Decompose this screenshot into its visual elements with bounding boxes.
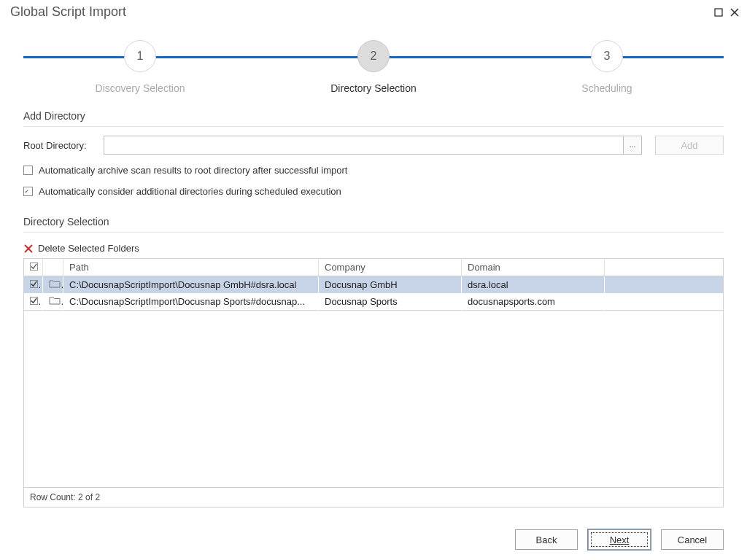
row-checkbox[interactable] bbox=[24, 293, 43, 311]
cell-path: C:\DocusnapScriptImport\Docusnap GmbH#ds… bbox=[63, 276, 319, 294]
back-button[interactable]: Back bbox=[515, 529, 578, 550]
root-directory-label: Root Directory: bbox=[23, 140, 104, 151]
cell-domain: docusnapsports.com bbox=[462, 293, 605, 311]
folder-icon bbox=[43, 293, 63, 311]
root-directory-input[interactable] bbox=[104, 136, 623, 155]
table-row[interactable]: C:\DocusnapScriptImport\Docusnap Sports#… bbox=[24, 293, 724, 311]
titlebar: Global Script Import bbox=[0, 0, 747, 23]
window-title: Global Script Import bbox=[10, 4, 708, 20]
close-icon[interactable] bbox=[729, 7, 740, 18]
col-domain[interactable]: Domain bbox=[462, 259, 605, 276]
delete-selected-button[interactable]: Delete Selected Folders bbox=[23, 243, 724, 254]
svg-rect-0 bbox=[715, 9, 722, 16]
archive-check-row: Automatically archive scan results to ro… bbox=[23, 165, 724, 176]
table-header: Path Company Domain bbox=[24, 259, 724, 276]
table-row[interactable]: C:\DocusnapScriptImport\Docusnap GmbH#ds… bbox=[24, 276, 724, 294]
directory-selection-heading: Directory Selection bbox=[23, 216, 724, 233]
add-directory-heading: Add Directory bbox=[23, 110, 724, 127]
add-button[interactable]: Add bbox=[655, 136, 724, 155]
step-discovery[interactable]: 1 Discovery Selection bbox=[23, 40, 257, 94]
browse-button[interactable]: ... bbox=[623, 136, 642, 155]
archive-checkbox[interactable] bbox=[23, 166, 33, 175]
consider-label: Automatically consider additional direct… bbox=[39, 186, 341, 197]
wizard-stepper: 1 Discovery Selection 2 Directory Select… bbox=[23, 40, 724, 98]
archive-label: Automatically archive scan results to ro… bbox=[39, 165, 347, 176]
cell-domain: dsra.local bbox=[462, 276, 605, 294]
delete-icon bbox=[23, 244, 34, 254]
row-count-label: Row Count: 2 of 2 bbox=[23, 488, 724, 508]
folder-icon bbox=[43, 276, 63, 294]
dialog-window: Global Script Import 1 Discovery Selecti… bbox=[0, 0, 747, 560]
root-directory-row: Root Directory: ... Add bbox=[23, 136, 724, 155]
table-scroll-area[interactable] bbox=[23, 311, 724, 488]
next-button[interactable]: Next bbox=[588, 529, 651, 550]
dialog-button-bar: Back Next Cancel bbox=[0, 519, 747, 560]
content: 1 Discovery Selection 2 Directory Select… bbox=[0, 23, 747, 519]
col-company[interactable]: Company bbox=[319, 259, 462, 276]
cancel-button[interactable]: Cancel bbox=[661, 529, 724, 550]
col-path[interactable]: Path bbox=[63, 259, 319, 276]
row-checkbox[interactable] bbox=[24, 276, 43, 294]
step-directory[interactable]: 2 Directory Selection bbox=[257, 40, 490, 94]
cell-company: Docusnap Sports bbox=[319, 293, 462, 311]
select-all-header[interactable] bbox=[24, 259, 43, 276]
step-scheduling[interactable]: 3 Scheduling bbox=[490, 40, 724, 94]
consider-check-row: Automatically consider additional direct… bbox=[23, 186, 724, 197]
cell-company: Docusnap GmbH bbox=[319, 276, 462, 294]
directory-table: Path Company Domain C:\DocusnapScriptImp… bbox=[23, 258, 724, 311]
cell-path: C:\DocusnapScriptImport\Docusnap Sports#… bbox=[63, 293, 319, 311]
consider-checkbox[interactable] bbox=[23, 187, 33, 196]
maximize-icon[interactable] bbox=[713, 7, 724, 18]
